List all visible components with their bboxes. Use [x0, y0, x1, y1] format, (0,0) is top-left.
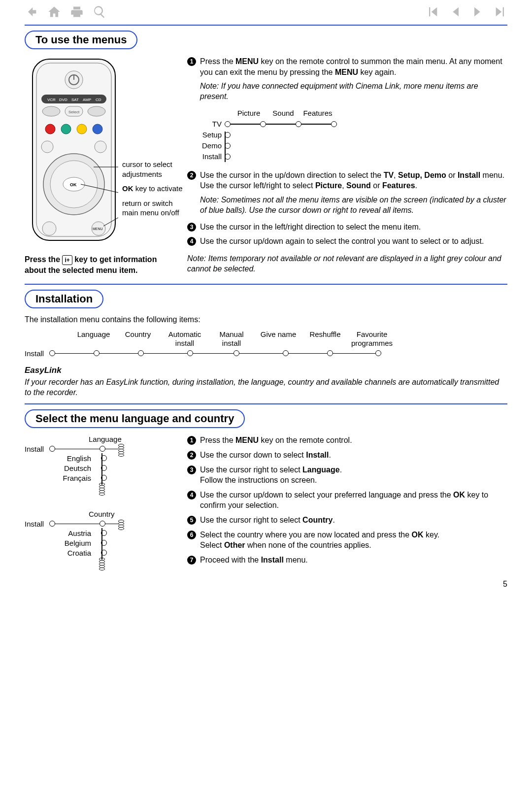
svg-point-25: [42, 222, 56, 235]
svg-point-14: [88, 106, 105, 116]
step-2: 2 Use the cursor in the up/down directio…: [187, 170, 507, 191]
s3-step-7: 7Proceed with the Install menu.: [187, 555, 507, 565]
svg-point-19: [41, 141, 53, 153]
svg-point-11: [42, 106, 60, 116]
toolbar: [25, 5, 507, 24]
tv-menu-diagram: Picture Sound Features TV Setup Demo Ins…: [192, 108, 507, 162]
svg-point-20: [95, 141, 106, 153]
install-menu-diagram: Language Country Automaticinstall Manual…: [25, 330, 507, 358]
callout-cursor: cursor to selectadjustments: [122, 160, 186, 179]
note-cinema-link: Note: If you have connected equipment wi…: [200, 81, 507, 102]
callout-ok: OK key to activate: [122, 184, 186, 194]
last-page-icon[interactable]: [494, 5, 507, 21]
language-diagram: Language Install English Deutsch Françai…: [25, 435, 172, 495]
s3-step-1: 1Press the MENU key on the remote contro…: [187, 435, 507, 446]
note-blue-balls: Note: Sometimes not all the menu items a…: [200, 195, 507, 216]
first-page-icon[interactable]: [426, 5, 439, 21]
svg-point-17: [77, 124, 87, 134]
svg-text:DVD: DVD: [59, 98, 67, 102]
back-icon[interactable]: [25, 5, 38, 21]
callout-menu: return or switchmain menu on/off: [122, 199, 186, 218]
remote-illustration: VCR DVD SAT AMP CD Select: [30, 56, 143, 245]
svg-text:Select: Select: [68, 110, 80, 114]
s3-step-2: 2Use the cursor down to select Install.: [187, 450, 507, 461]
svg-text:AMP: AMP: [83, 98, 91, 102]
svg-text:CD: CD: [96, 98, 101, 102]
section-title-lang-country: Select the menu language and country: [25, 409, 245, 428]
step-3: 3 Use the cursor in the left/right direc…: [187, 222, 507, 233]
svg-text:MENU: MENU: [93, 227, 103, 231]
next-page-icon[interactable]: [471, 5, 485, 21]
s3-step-4: 4Use the cursor up/down to select your p…: [187, 490, 507, 511]
svg-point-15: [45, 124, 55, 134]
svg-text:SAT: SAT: [71, 98, 79, 102]
installation-intro: The installation menu contains the follo…: [25, 315, 507, 324]
page-number: 5: [25, 580, 507, 589]
section-title-installation: Installation: [25, 290, 103, 308]
step-1: 1 Press the MENU key on the remote contr…: [187, 56, 507, 77]
s3-step-6: 6Select the country where you are now lo…: [187, 530, 507, 551]
s3-step-5: 5Use the cursor right to select Country.: [187, 515, 507, 526]
easylink-text: If your recorder has an EasyLink functio…: [25, 377, 507, 398]
section-title-menus: To use the menus: [25, 31, 137, 49]
search-icon[interactable]: [93, 5, 106, 21]
svg-text:VCR: VCR: [47, 98, 56, 102]
step-4: 4 Use the cursor up/down again to select…: [187, 236, 507, 247]
svg-text:OK: OK: [70, 182, 77, 187]
svg-point-18: [93, 124, 102, 134]
note-grey-items: Note: Items temporary not available or n…: [187, 254, 507, 274]
s3-step-3: 3Use the cursor right to select Language…: [187, 465, 507, 486]
info-key-note: Press the i+ key to get information abou…: [25, 254, 172, 275]
home-icon[interactable]: [47, 5, 61, 21]
easylink-heading: EasyLink: [25, 366, 507, 375]
print-icon[interactable]: [70, 5, 84, 21]
svg-point-16: [61, 124, 71, 134]
country-diagram: Country Install Austria Belgium Croatia: [25, 510, 172, 570]
info-key-icon: i+: [62, 255, 72, 265]
prev-page-icon[interactable]: [448, 5, 462, 21]
